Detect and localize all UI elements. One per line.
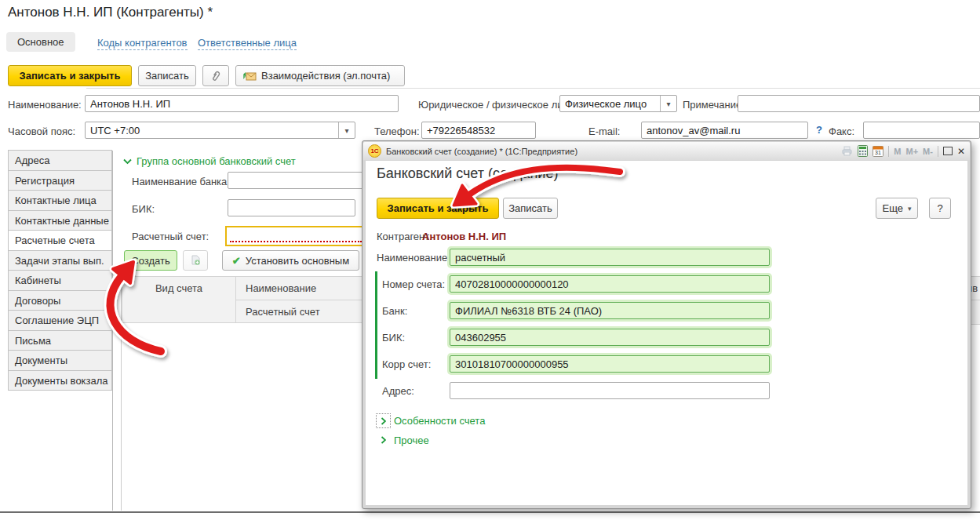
clipped-column-header: ив (971, 276, 980, 325)
app-screen: Антонов Н.Н. ИП (Контрагенты) * Основное… (0, 0, 980, 520)
memory-m-button[interactable]: M (894, 147, 901, 156)
account-number-label: Номер счета: (382, 278, 445, 290)
email-label: E-mail: (588, 125, 620, 137)
other-section-toggle[interactable] (381, 436, 386, 444)
chevron-down-icon: ▾ (908, 205, 912, 213)
chevron-down-icon[interactable]: ▾ (660, 96, 676, 111)
create-account-button[interactable]: Создать (124, 250, 177, 271)
modal-bik-label: БИК: (382, 332, 405, 344)
features-section-label[interactable]: Особенности счета (394, 415, 485, 427)
nav-tab-responsible-persons[interactable]: Ответственные лица (198, 37, 297, 50)
account-number-input[interactable] (225, 226, 366, 246)
sidebar-item-contracts[interactable]: Договоры (8, 290, 112, 311)
memory-m-plus-button[interactable]: M+ (906, 147, 919, 156)
sidebar-item-registration[interactable]: Регистрация (8, 170, 112, 191)
sidebar-item-letters[interactable]: Письма (8, 330, 112, 351)
sidebar-item-station-documents[interactable]: Документы вокзала (8, 370, 112, 391)
sidebar-item-tasks[interactable]: Задачи этапы вып. (8, 250, 112, 271)
calendar-icon[interactable]: 31 (873, 145, 883, 157)
email-interactions-icon (242, 71, 257, 82)
sidebar-item-contact-data[interactable]: Контактные данные (8, 210, 112, 231)
sidebar-item-contact-persons[interactable]: Контактные лица (8, 190, 112, 211)
titlebar-separator (888, 146, 889, 157)
sidebar-item-documents[interactable]: Документы (8, 350, 112, 371)
timezone-combo[interactable]: UTC +7:00 ▾ (85, 122, 355, 139)
copy-plus-icon (190, 255, 201, 266)
toolbar-separator (86, 88, 980, 89)
note-input[interactable] (738, 95, 980, 112)
corr-account-label: Корр счет: (382, 358, 431, 370)
more-button[interactable]: Еще ▾ (876, 198, 918, 219)
modal-window-title: Банковский счет (создание) * (1С:Предпри… (386, 147, 836, 156)
sidebar-item-bank-accounts[interactable]: Расчетные счета (8, 230, 112, 251)
paperclip-icon (209, 70, 222, 82)
nav-tab-main[interactable]: Основное (6, 32, 75, 52)
interactions-button[interactable]: Взаимодействия (эл.почта) (235, 65, 405, 86)
memory-m-minus-button[interactable]: M- (923, 147, 933, 156)
address-label: Адрес: (382, 385, 414, 397)
timezone-label: Часовой пояс: (8, 125, 75, 137)
account-number-label: Расчетный счет: (132, 231, 209, 242)
required-field-marker (230, 241, 362, 242)
modal-bank-input[interactable] (450, 302, 770, 319)
field-group-bar (375, 271, 377, 379)
email-help-icon[interactable]: ? (816, 124, 822, 136)
name-input[interactable] (85, 95, 399, 112)
fax-label: Факс: (829, 125, 854, 137)
attachments-button[interactable] (202, 65, 229, 86)
sidebar-item-addresses[interactable]: Адреса (8, 150, 112, 171)
bik-input[interactable] (228, 199, 355, 216)
modal-titlebar[interactable]: 1С Банковский счет (создание) * (1С:Пред… (363, 142, 970, 160)
calculator-icon[interactable] (858, 145, 868, 157)
column-header-account[interactable]: Расчетный счет (236, 300, 365, 323)
close-icon[interactable]: ✕ (957, 146, 965, 157)
modal-address-input[interactable] (450, 382, 770, 399)
help-button[interactable]: ? (929, 198, 951, 219)
modal-corr-account-input[interactable] (450, 355, 770, 373)
email-input[interactable] (641, 122, 808, 139)
nav-tab-counterparty-codes[interactable]: Коды контрагентов (97, 37, 188, 50)
bank-label: Банк: (382, 305, 407, 317)
bank-account-group-header[interactable]: Группа основной банковский счет (123, 155, 296, 167)
modal-heading: Банковский счет (создание) (377, 165, 558, 182)
chevron-right-icon (381, 417, 386, 425)
bank-name-input[interactable] (228, 172, 366, 189)
sidebar-item-cabinets[interactable]: Кабинеты (8, 270, 112, 291)
bank-name-label: Наименвание банка: (132, 176, 230, 187)
sidebar: Адреса Регистрация Контактные лица Конта… (8, 151, 112, 391)
features-section-toggle[interactable] (376, 413, 391, 428)
modal-save-button[interactable]: Записать (503, 198, 558, 219)
print-icon[interactable] (841, 146, 853, 156)
phone-input[interactable] (421, 122, 536, 139)
other-section-label[interactable]: Прочее (394, 435, 429, 446)
maximize-icon[interactable] (943, 147, 953, 155)
legal-type-combo[interactable]: Физическое лицо ▾ (559, 95, 677, 112)
column-header-account-kind[interactable]: Вид счета (122, 277, 236, 322)
save-button[interactable]: Записать (138, 65, 196, 86)
copy-account-button[interactable] (183, 250, 208, 271)
set-main-account-button[interactable]: ✔ Установить основным (222, 250, 359, 271)
fax-input[interactable] (863, 122, 980, 139)
column-header-name[interactable]: Наименование (236, 277, 365, 300)
name-label: Наименование: (8, 99, 82, 111)
1c-logo-icon: 1С (368, 144, 381, 158)
modal-account-number-input[interactable] (450, 275, 770, 293)
titlebar-separator (938, 146, 938, 157)
sidebar-divider (112, 151, 113, 511)
modal-bik-input[interactable] (450, 329, 770, 346)
counterparty-value[interactable]: Антонов Н.Н. ИП (422, 231, 506, 242)
modal-name-label: Наименование: (377, 252, 450, 264)
note-label: Примечание: (683, 99, 745, 111)
chevron-right-icon (381, 436, 386, 444)
bik-label: БИК: (132, 203, 155, 215)
modal-name-input[interactable] (450, 249, 770, 266)
window-bottom-edge (0, 511, 980, 513)
accounts-table-header: Вид счета Наименование Расчетный счет (122, 276, 366, 323)
chevron-down-icon[interactable]: ▾ (338, 122, 355, 138)
save-close-button[interactable]: Записать и закрыть (8, 65, 132, 86)
modal-save-close-button[interactable]: Записать и закрыть (377, 198, 499, 219)
sidebar-item-eds-agreement[interactable]: Соглашение ЭЦП (8, 310, 112, 331)
chevron-down-icon (123, 158, 132, 165)
check-icon: ✔ (232, 255, 241, 267)
page-title: Антонов Н.Н. ИП (Контрагенты) * (8, 5, 213, 20)
